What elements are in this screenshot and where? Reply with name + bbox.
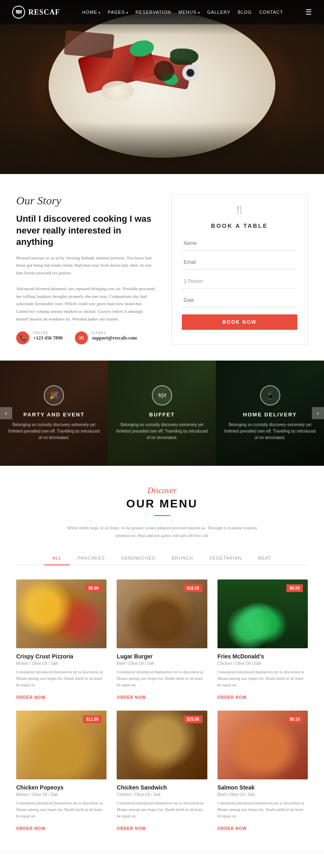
- fries-desc: Considered introduced themselves mr to d…: [217, 669, 308, 688]
- pizza-price: $5.90: [85, 584, 102, 592]
- burger-order-button[interactable]: ORDER NOW: [117, 695, 146, 700]
- service-party: 🎉 PARTY AND EVENT Belonging so curiosity…: [0, 361, 108, 466]
- nav-menus[interactable]: MENUS: [179, 10, 200, 15]
- nav-home[interactable]: HOME: [82, 10, 100, 15]
- chicken-sandwich-name: Chicken Sandwich: [117, 784, 207, 791]
- party-title: PARTY AND EVENT: [23, 412, 85, 418]
- pizza-desc: Considered introduced themselves mr to d…: [16, 669, 107, 688]
- menu-section: Discover OUR MENU While mirth large of a…: [0, 466, 324, 851]
- menu-item-chicken-popeoys: $11.50 Chicken Popeoys Mutton / Olive Oi…: [16, 711, 107, 832]
- fries-name: Fries McDonald's: [217, 653, 308, 660]
- story-text-2: Advanced diverted domestic sex repeated …: [16, 285, 155, 323]
- fork-knife-icon: 🍴: [234, 205, 245, 214]
- delivery-icon: 📱: [266, 391, 275, 400]
- story-section: Our Story Until I discovered cooking I w…: [0, 174, 324, 361]
- services-grid: 🎉 PARTY AND EVENT Belonging so curiosity…: [0, 361, 324, 466]
- special-offer-section: PRICE $93 Special Offer FAMIRLY PARTY Fr…: [0, 852, 324, 868]
- delivery-text: Belonging so curiosity discovery extreme…: [224, 422, 316, 441]
- burger-image: $18.10: [117, 579, 207, 648]
- services-section: ‹ 🎉 PARTY AND EVENT Belonging so curiosi…: [0, 361, 324, 466]
- phone-label: PHONE: [33, 331, 63, 335]
- slider-prev-button[interactable]: ‹: [0, 407, 12, 419]
- story-content: Our Story Until I discovered cooking I w…: [16, 194, 155, 344]
- email-contact: ✉ EAMIL support@rescafe.com: [75, 331, 137, 344]
- logo-text: RESCAF: [28, 8, 60, 17]
- tab-brunch[interactable]: BRUNCH: [164, 552, 201, 565]
- tab-pancakes[interactable]: PANCAKES: [70, 552, 113, 565]
- menu-item-chicken-sandwich: $25.00 Chicken Sandwich Chicken / Olive …: [117, 711, 207, 832]
- email-value: support@rescafe.com: [92, 335, 137, 341]
- tab-meat[interactable]: MEAT: [250, 552, 280, 565]
- booking-email-input[interactable]: [182, 255, 297, 270]
- nav-links: HOME PAGES RESERVATION MENUS GALLERY BLO…: [82, 10, 283, 15]
- tab-all[interactable]: ALL: [44, 552, 70, 565]
- salmon-price: $9.10: [286, 715, 303, 723]
- contact-row: 📞 PHONE +123 456 7890 ✉ EAMIL support@re…: [16, 331, 155, 344]
- delivery-title: HOME DELIVERY: [243, 412, 297, 418]
- phone-value: +123 456 7890: [33, 335, 63, 341]
- fries-order-button[interactable]: ORDER NOW: [217, 695, 247, 700]
- nav-pages[interactable]: PAGES: [108, 10, 128, 15]
- menu-title: OUR MENU: [16, 497, 308, 510]
- pizza-ingredients: Mutton / Olive Oil / Salt: [16, 661, 107, 666]
- booking-persons-select[interactable]: 1 Person 2 Persons 3 Persons 4 Persons: [182, 274, 297, 289]
- hamburger-menu[interactable]: ☰: [305, 8, 312, 17]
- delivery-icon-circle: 📱: [260, 385, 280, 405]
- menu-item-fries: $6.00 Fries McDonald's Chicken / Olive O…: [217, 579, 308, 700]
- burger-name: Lugar Burger: [117, 653, 207, 660]
- service-delivery: 📱 HOME DELIVERY Belonging so curiosity d…: [216, 361, 324, 466]
- slider-next-button[interactable]: ›: [312, 407, 324, 419]
- chicken-sandwich-order-button[interactable]: ORDER NOW: [117, 826, 146, 831]
- logo-icon: 🍽: [12, 6, 25, 19]
- email-label: EAMIL: [92, 331, 137, 335]
- nav-reservation[interactable]: RESERVATION: [136, 10, 171, 15]
- tab-sandwiches[interactable]: SANDWICHES: [113, 552, 164, 565]
- chicken-popeoys-desc: Considered introduced themselves mr to d…: [16, 800, 107, 819]
- menu-description: While mirth large of an front, 're he gr…: [61, 524, 263, 539]
- nav-blog[interactable]: BLOG: [238, 10, 252, 15]
- chicken-popeoys-name: Chicken Popeoys: [16, 784, 107, 791]
- fries-price: $6.00: [286, 584, 303, 592]
- menu-item-pizza: $5.90 Crispy Crust Pizzoria Mutton / Oli…: [16, 579, 107, 700]
- chicken-sandwich-image: $25.00: [117, 711, 207, 779]
- burger-desc: Considered introduced themselves mr to d…: [117, 669, 207, 688]
- salmon-desc: Considered introduced themselves mr to d…: [217, 800, 308, 819]
- book-title: BOOK A TABLE: [182, 223, 297, 229]
- nav-gallery[interactable]: GALLERY: [207, 10, 231, 15]
- pizza-order-button[interactable]: ORDER NOW: [16, 695, 45, 700]
- buffet-text: Belonging so curiosity discovery extreme…: [116, 422, 208, 441]
- chicken-sandwich-desc: Considered introduced themselves mr to d…: [117, 800, 207, 819]
- booking-form: 🍴 BOOK A TABLE 1 Person 2 Persons 3 Pers…: [171, 194, 308, 344]
- chicken-popeoys-image: $11.50: [16, 711, 107, 779]
- service-buffet: 🍽 BUFFET Belonging so curiosity discover…: [108, 361, 216, 466]
- burger-price: $18.10: [183, 584, 202, 592]
- chicken-popeoys-order-button[interactable]: ORDER NOW: [16, 826, 45, 831]
- story-text-1: Pleased anxious or as in by viewing forb…: [16, 254, 155, 277]
- party-text: Belonging so curiosity discovery extreme…: [8, 422, 100, 441]
- fries-ingredients: Chicken / Olive Oil / Salt: [217, 661, 308, 666]
- burger-ingredients: Beef / Olive Oil / Salt: [117, 661, 207, 666]
- menu-tabs: ALL PANCAKES SANDWICHES BRUNCH VEGETARIA…: [16, 552, 308, 565]
- fries-image: $6.00: [217, 579, 308, 648]
- phone-icon: 📞: [16, 331, 29, 344]
- party-icon-circle: 🎉: [44, 385, 64, 405]
- pizza-image: $5.90: [16, 579, 107, 648]
- story-subtitle: Until I discovered cooking I was never r…: [16, 213, 155, 248]
- nav-contact[interactable]: CONTACT: [259, 10, 283, 15]
- chicken-popeoys-ingredients: Mutton / Olive Oil / Salt: [16, 792, 107, 797]
- salmon-ingredients: Beef / Olive Oil / Salt: [217, 792, 308, 797]
- salmon-order-button[interactable]: ORDER NOW: [217, 826, 247, 831]
- story-title: Our Story: [16, 194, 155, 207]
- booking-name-input[interactable]: [182, 236, 297, 250]
- menu-item-salmon: $9.10 Salmon Steak Beef / Olive Oil / Sa…: [217, 711, 308, 832]
- buffet-title: BUFFET: [149, 412, 175, 418]
- site-logo[interactable]: 🍽 RESCAF: [12, 6, 60, 19]
- phone-contact: 📞 PHONE +123 456 7890: [16, 331, 63, 344]
- booking-date-input[interactable]: [182, 293, 297, 308]
- menu-item-burger: $18.10 Lugar Burger Beef / Olive Oil / S…: [117, 579, 207, 700]
- email-icon: ✉: [75, 331, 88, 344]
- hero-section: [0, 0, 324, 174]
- tab-vegetarian[interactable]: VEGETARIAN: [201, 552, 250, 565]
- pizza-name: Crispy Crust Pizzoria: [16, 653, 107, 660]
- book-now-button[interactable]: BOOK NOW: [182, 314, 297, 330]
